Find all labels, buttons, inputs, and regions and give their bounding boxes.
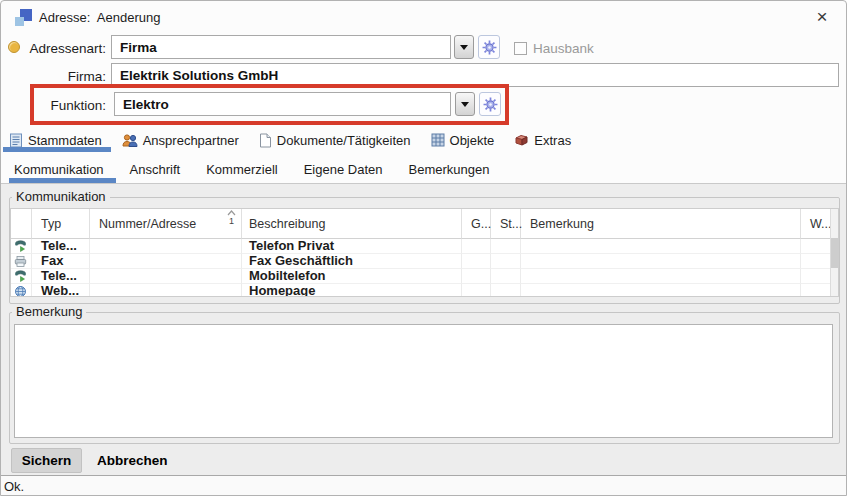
col-st-header[interactable]: St...: [491, 209, 521, 239]
cell-typ: Tele...: [32, 269, 90, 284]
subtab-label: Anschrift: [130, 162, 181, 177]
gear-icon: [482, 40, 497, 55]
cell-bemerkung: [521, 254, 801, 269]
bemerkung-group: Bemerkung: [9, 312, 840, 444]
subtab-kommunikation[interactable]: Kommunikation: [14, 156, 104, 183]
hausbank-checkbox[interactable]: [514, 42, 527, 55]
tab-dokumente-taetigkeiten[interactable]: Dokumente/Tätigkeiten: [259, 128, 411, 152]
cell-g: [462, 284, 491, 297]
subtab-label: Kommunikation: [14, 162, 104, 177]
firma-label: Firma:: [1, 69, 106, 84]
col-beschreibung-header[interactable]: Beschreibung: [242, 209, 462, 239]
cell-beschreibung: Fax Geschäftlich: [242, 254, 462, 269]
cell-w: [801, 284, 832, 297]
funktion-label: Funktion:: [1, 98, 106, 113]
phone-icon: [14, 240, 27, 253]
col-w-header[interactable]: W...: [801, 209, 832, 239]
main-tab-strip: Stammdaten Ansprechpartner Dokumente/Tät…: [1, 128, 846, 152]
adressenart-input[interactable]: [111, 35, 451, 59]
table-row-homepage[interactable]: Web... Homepage: [11, 284, 838, 297]
package-icon: [514, 133, 529, 147]
cell-g: [462, 269, 491, 284]
chevron-down-icon: [460, 45, 468, 50]
table-row-telefon-privat[interactable]: Tele... Telefon Privat: [11, 239, 838, 254]
vertical-scrollbar[interactable]: [830, 209, 838, 296]
globe-icon: [14, 285, 27, 298]
cell-w: [801, 269, 832, 284]
cell-beschreibung: Telefon Privat: [242, 239, 462, 254]
subtab-eigene-daten[interactable]: Eigene Daten: [304, 156, 383, 183]
dialog-adresse-aenderung: Adresse: Aenderung × Adressenart: Hausba…: [0, 0, 847, 496]
tab-objekte[interactable]: Objekte: [431, 128, 495, 152]
funktion-input[interactable]: [114, 92, 451, 116]
cell-typ: Web...: [32, 284, 90, 297]
tab-stammdaten[interactable]: Stammdaten: [9, 128, 102, 152]
cell-g: [462, 239, 491, 254]
cell-g: [462, 254, 491, 269]
col-label: Nummer/Adresse: [99, 217, 196, 231]
tab-label: Stammdaten: [28, 133, 102, 148]
sub-tab-strip: Kommunikation Anschrift Kommerziell Eige…: [1, 156, 846, 184]
cancel-button[interactable]: Abbrechen: [89, 448, 176, 473]
cell-nummer: [90, 254, 242, 269]
cell-w: [801, 254, 832, 269]
people-icon: [122, 133, 138, 148]
cell-nummer: [90, 239, 242, 254]
cell-st: [491, 254, 521, 269]
cell-beschreibung: Homepage: [242, 284, 462, 297]
bemerkung-group-label: Bemerkung: [12, 304, 86, 319]
content-pane: Kommunikation Typ Nummer/Adresse 1 Besch…: [1, 184, 847, 475]
cell-nummer: [90, 269, 242, 284]
cell-bemerkung: [521, 239, 801, 254]
status-bar: Ok.: [1, 475, 847, 496]
fax-icon: [14, 255, 27, 268]
col-icon-header[interactable]: [11, 209, 32, 239]
title-bar: Adresse: Aenderung ×: [1, 1, 846, 31]
app-icon: [15, 9, 33, 27]
tab-ansprechpartner[interactable]: Ansprechpartner: [122, 128, 239, 152]
status-message: Ok.: [4, 479, 24, 494]
kommunikation-group-label: Kommunikation: [12, 189, 110, 204]
tab-extras[interactable]: Extras: [514, 128, 571, 152]
close-icon[interactable]: ×: [809, 5, 835, 29]
col-bemerkung-header[interactable]: Bemerkung: [521, 209, 801, 239]
gear-icon: [483, 97, 498, 112]
subtab-anschrift[interactable]: Anschrift: [130, 156, 181, 183]
document-icon: [259, 133, 272, 148]
list-icon: [9, 133, 23, 148]
cell-w: [801, 239, 832, 254]
cell-beschreibung: Mobiltelefon: [242, 269, 462, 284]
tab-label: Ansprechpartner: [143, 133, 239, 148]
adressenart-label: Adressenart:: [1, 41, 106, 56]
scrollbar-thumb[interactable]: [831, 238, 838, 268]
tab-label: Extras: [534, 133, 571, 148]
adressenart-dropdown-button[interactable]: [454, 35, 474, 59]
tab-label: Objekte: [450, 133, 495, 148]
kommunikation-group: Kommunikation Typ Nummer/Adresse 1 Besch…: [9, 197, 840, 304]
col-typ-header[interactable]: Typ: [32, 209, 90, 239]
adressenart-gear-button[interactable]: [478, 35, 500, 59]
subtab-bemerkungen[interactable]: Bemerkungen: [408, 156, 489, 183]
bemerkung-textarea[interactable]: [14, 324, 833, 438]
cell-st: [491, 269, 521, 284]
table-row-fax-geschaeftlich[interactable]: Fax Fax Geschäftlich: [11, 254, 838, 269]
hausbank-label: Hausbank: [533, 41, 594, 56]
cell-typ: Fax: [32, 254, 90, 269]
cell-bemerkung: [521, 284, 801, 297]
table-row-mobiltelefon[interactable]: Tele... Mobiltelefon: [11, 269, 838, 284]
cell-st: [491, 284, 521, 297]
cell-st: [491, 239, 521, 254]
subtab-kommerziell[interactable]: Kommerziell: [206, 156, 278, 183]
firma-input[interactable]: [111, 63, 839, 87]
funktion-gear-button[interactable]: [479, 92, 501, 116]
chevron-down-icon: [461, 102, 469, 107]
col-g-header[interactable]: G...: [462, 209, 491, 239]
subtab-label: Eigene Daten: [304, 162, 383, 177]
save-button[interactable]: Sichern: [11, 448, 82, 473]
phone-icon: [14, 270, 27, 283]
subtab-label: Bemerkungen: [408, 162, 489, 177]
col-nummer-adresse-header[interactable]: Nummer/Adresse 1: [90, 209, 242, 239]
table-header-row: Typ Nummer/Adresse 1 Beschreibung G... S…: [11, 209, 838, 239]
sort-asc-icon: 1: [227, 210, 236, 225]
funktion-dropdown-button[interactable]: [455, 92, 475, 116]
